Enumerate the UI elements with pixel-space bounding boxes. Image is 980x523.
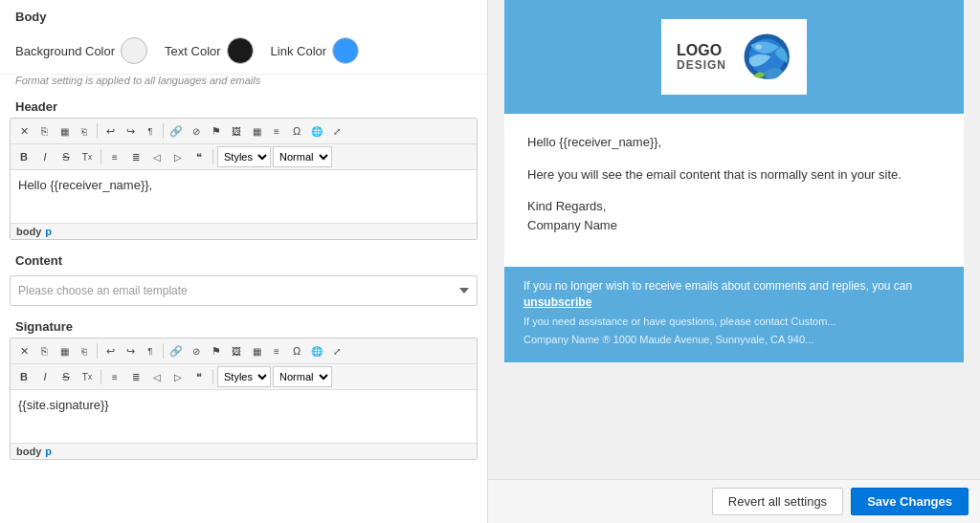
toolbar-ol[interactable]: ≡ xyxy=(105,147,124,166)
sig-toolbar-outdent[interactable]: ◁ xyxy=(147,367,167,386)
sig-format-select[interactable]: Normal xyxy=(273,366,332,387)
sig-toolbar-paste-table[interactable]: ▦ xyxy=(55,341,74,360)
sig-toolbar-bold[interactable]: B xyxy=(14,367,33,386)
toolbar-indent[interactable]: ▷ xyxy=(168,147,188,166)
format-note: Format setting is applied to all languag… xyxy=(0,75,487,94)
sig-toolbar-undo[interactable]: ↩ xyxy=(100,341,120,360)
bg-color-swatch[interactable] xyxy=(121,37,147,64)
toolbar-undo[interactable]: ↩ xyxy=(100,121,120,141)
bottom-bar: Revert all settings Save Changes xyxy=(488,479,980,523)
toolbar-bold[interactable]: B xyxy=(14,147,33,166)
toolbar-image[interactable]: 🖼 xyxy=(227,121,246,141)
sig-separator3 xyxy=(100,369,101,384)
sig-toolbar-hr[interactable]: ≡ xyxy=(267,341,286,360)
toolbar-remove-format[interactable]: Tx xyxy=(78,147,97,166)
toolbar-paste-text[interactable]: ⎗ xyxy=(75,121,94,141)
save-button[interactable]: Save Changes xyxy=(851,488,969,515)
separator4 xyxy=(212,149,213,164)
svg-point-2 xyxy=(755,44,762,49)
toolbar-italic[interactable]: I xyxy=(35,147,55,166)
signature-editor-content[interactable]: {{site.signature}} xyxy=(11,390,477,443)
sig-toolbar-cut[interactable]: ✕ xyxy=(14,341,33,360)
sig-toolbar-ul[interactable]: ≣ xyxy=(126,367,145,386)
toolbar-redo[interactable]: ↪ xyxy=(121,121,140,141)
unsubscribe-link[interactable]: unsubscribe xyxy=(523,295,591,309)
sig-styles-select[interactable]: Styles xyxy=(217,366,271,387)
sig-toolbar-indent[interactable]: ▷ xyxy=(168,367,188,386)
sig-toolbar-remove-format[interactable]: Tx xyxy=(78,367,97,386)
logo-svg-icon xyxy=(734,31,791,83)
text-color-item: Text Color xyxy=(165,37,254,64)
separator1 xyxy=(97,123,98,139)
header-toolbar-row1: ✕ ⎘ ▦ ⎗ ↩ ↪ ¶ 🔗 ⊘ ⚑ 🖼 ▦ ≡ Ω 🌐 ⤢ xyxy=(11,119,477,144)
toolbar-cut[interactable]: ✕ xyxy=(14,121,33,141)
toolbar-source[interactable]: ¶ xyxy=(141,121,160,141)
body-section-title: Body xyxy=(0,0,487,30)
toolbar-hr[interactable]: ≡ xyxy=(267,121,286,141)
color-row: Background Color Text Color Link Color xyxy=(0,30,487,75)
sig-toolbar-redo[interactable]: ↪ xyxy=(121,341,140,360)
sig-toolbar-strikethrough[interactable]: S xyxy=(56,367,76,386)
footer-contact-text: If you need assistance or have questions… xyxy=(523,315,945,329)
content-template-select[interactable]: Please choose an email template xyxy=(10,275,478,306)
email-body-text: Here you will see the email content that… xyxy=(527,165,941,185)
toolbar-maximize[interactable]: ⤢ xyxy=(327,121,346,141)
toolbar-link[interactable]: 🔗 xyxy=(167,121,186,141)
sig-toolbar-paste-text[interactable]: ⎗ xyxy=(75,341,94,360)
toolbar-outdent[interactable]: ◁ xyxy=(147,147,167,166)
logo-text2: DESIGN xyxy=(677,59,726,72)
toolbar-paste-table[interactable]: ▦ xyxy=(55,121,74,141)
logo-text-block: LOGO DESIGN xyxy=(677,42,726,72)
toolbar-strikethrough[interactable]: S xyxy=(56,147,76,166)
toolbar-anchor[interactable]: ⚑ xyxy=(207,121,226,141)
toolbar-copy[interactable]: ⎘ xyxy=(34,121,54,141)
format-select[interactable]: Normal xyxy=(273,146,332,167)
footer-p-tag: p xyxy=(45,226,52,237)
link-color-label: Link Color xyxy=(271,44,327,58)
signature-toolbar-row2: B I S Tx ≡ ≣ ◁ ▷ ❝ Styles Normal xyxy=(11,364,477,390)
sig-toolbar-blockquote[interactable]: ❝ xyxy=(189,367,209,386)
sig-toolbar-iframe[interactable]: 🌐 xyxy=(307,341,326,360)
footer-address-text: Company Name ® 1000 Maude Avenue, Sunnyv… xyxy=(523,333,945,347)
signature-toolbar-row1: ✕ ⎘ ▦ ⎗ ↩ ↪ ¶ 🔗 ⊘ ⚑ 🖼 ▦ ≡ Ω 🌐 ⤢ xyxy=(11,338,477,364)
sig-toolbar-link[interactable]: 🔗 xyxy=(167,341,186,360)
sig-toolbar-table[interactable]: ▦ xyxy=(247,341,266,360)
sig-toolbar-image[interactable]: 🖼 xyxy=(227,341,246,360)
toolbar-iframe[interactable]: 🌐 xyxy=(307,121,326,141)
revert-button[interactable]: Revert all settings xyxy=(712,488,843,515)
header-editor-content[interactable]: Hello {{receiver_name}}, xyxy=(11,170,477,223)
sig-toolbar-ol[interactable]: ≡ xyxy=(105,367,124,386)
sig-toolbar-anchor[interactable]: ⚑ xyxy=(207,341,226,360)
header-section-title: Header xyxy=(0,94,487,118)
link-color-swatch[interactable] xyxy=(332,37,359,64)
sig-toolbar-italic[interactable]: I xyxy=(35,367,55,386)
sig-toolbar-maximize[interactable]: ⤢ xyxy=(327,341,346,360)
styles-select[interactable]: Styles xyxy=(217,146,271,167)
sig-toolbar-copy[interactable]: ⎘ xyxy=(34,341,54,360)
separator3 xyxy=(100,149,101,164)
sig-toolbar-special-char[interactable]: Ω xyxy=(287,341,306,360)
sig-separator1 xyxy=(97,343,98,359)
email-body: Hello {{receiver_name}}, Here you will s… xyxy=(504,114,964,267)
left-panel: Body Background Color Text Color Link Co… xyxy=(0,0,488,523)
signature-editor: ✕ ⎘ ▦ ⎗ ↩ ↪ ¶ 🔗 ⊘ ⚑ 🖼 ▦ ≡ Ω 🌐 ⤢ B I S Tx… xyxy=(10,338,478,460)
header-editor: ✕ ⎘ ▦ ⎗ ↩ ↪ ¶ 🔗 ⊘ ⚑ 🖼 ▦ ≡ Ω 🌐 ⤢ B I S Tx… xyxy=(10,118,478,240)
sig-toolbar-source[interactable]: ¶ xyxy=(141,341,160,360)
header-editor-footer: body p xyxy=(11,223,477,239)
separator2 xyxy=(163,123,164,139)
email-greeting: Hello {{receiver_name}}, xyxy=(527,133,941,152)
toolbar-table[interactable]: ▦ xyxy=(247,121,266,141)
link-color-item: Link Color xyxy=(271,37,360,64)
signature-section-title: Signature xyxy=(0,314,487,338)
toolbar-blockquote[interactable]: ❝ xyxy=(189,147,209,166)
toolbar-special-char[interactable]: Ω xyxy=(287,121,306,141)
sig-separator2 xyxy=(163,343,164,359)
sig-footer-body-tag: body xyxy=(16,446,41,457)
bg-color-label: Background Color xyxy=(15,44,115,58)
toolbar-unlink[interactable]: ⊘ xyxy=(187,121,206,141)
sig-toolbar-unlink[interactable]: ⊘ xyxy=(187,341,206,360)
toolbar-ul[interactable]: ≣ xyxy=(126,147,145,166)
logo-text1: LOGO xyxy=(677,42,726,59)
text-color-swatch[interactable] xyxy=(227,37,254,64)
signature-editor-footer: body p xyxy=(11,443,477,459)
